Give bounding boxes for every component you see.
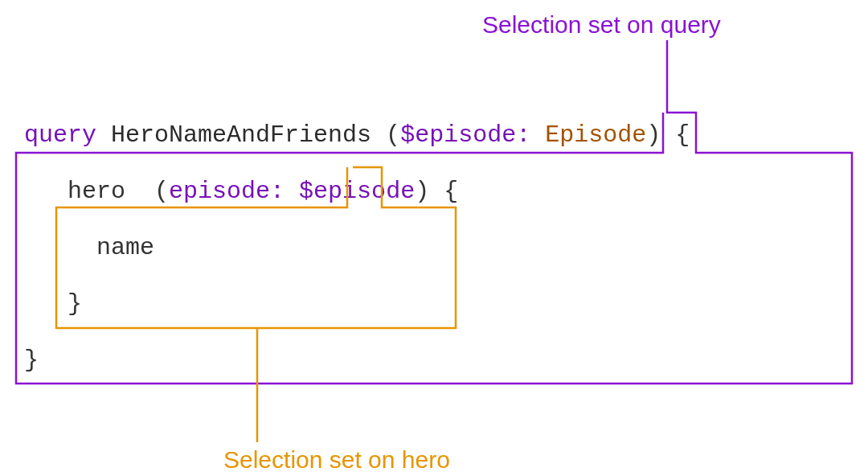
token-arg-value: $episode — [299, 178, 415, 205]
code-line-5: } — [24, 338, 39, 383]
token-field-hero: hero — [68, 178, 125, 205]
token-field-name: name — [96, 234, 154, 261]
token-operation-name: HeroNameAndFriends — [111, 121, 371, 149]
diagram-stage: Selection set on query Selection set on … — [0, 0, 868, 476]
token-brace-open-2: { — [444, 178, 458, 205]
token-query-keyword: query — [24, 121, 96, 149]
code-line-4: } — [24, 281, 82, 326]
token-arg-paren-open: ( — [154, 178, 169, 205]
token-brace-close-2: } — [68, 290, 82, 318]
code-line-1: query HeroNameAndFriends ($episode: Epis… — [24, 113, 690, 158]
token-paren-close: ) — [646, 121, 661, 149]
token-paren-open: ( — [386, 121, 400, 149]
token-arg-paren-close: ) — [415, 178, 429, 205]
token-type-episode: Episode — [545, 121, 646, 149]
code-line-2: hero (episode: $episode) { — [24, 169, 458, 214]
label-inner-selection: Selection set on hero — [223, 446, 450, 473]
token-brace-close-1: } — [24, 347, 39, 374]
code-line-3: name — [24, 225, 154, 270]
label-outer-selection: Selection set on query — [482, 11, 721, 38]
token-arg-name: episode: — [169, 178, 285, 205]
token-variable-def: $episode: — [400, 121, 530, 149]
token-brace-open-1: { — [675, 121, 690, 149]
